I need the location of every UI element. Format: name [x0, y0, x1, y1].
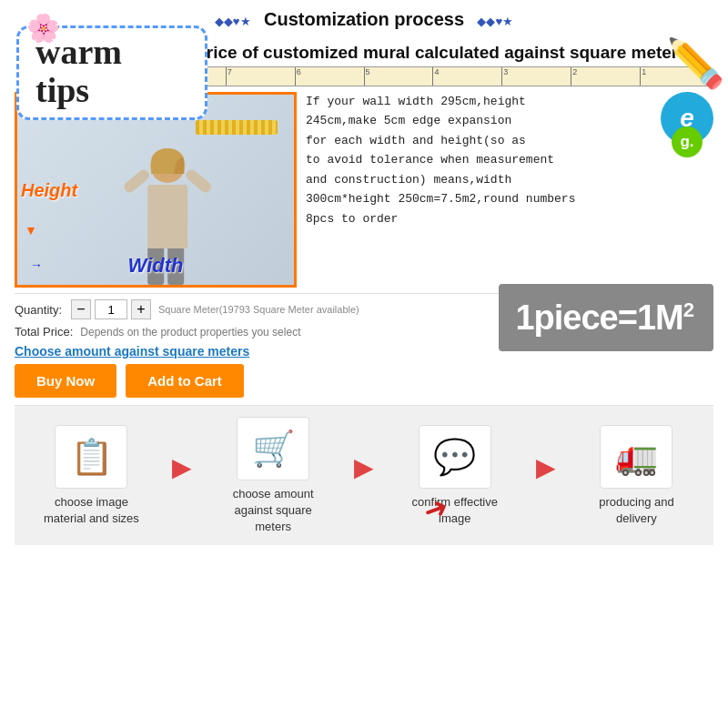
example-text: If your wall width 295cm,height 245cm,ma…: [306, 92, 713, 228]
step-arrow-1: ▶: [172, 452, 192, 482]
qty-unit-info: Square Meter(19793 Square Meter availabl…: [158, 304, 359, 315]
ruler-tick: 4: [433, 67, 502, 86]
pencil-icon: ✏️: [666, 35, 725, 91]
ruler-tick: 6: [296, 67, 365, 86]
qty-plus-button[interactable]: +: [131, 299, 151, 319]
image-area: Height ▲ ▼ Width →: [15, 92, 297, 288]
warm-tips-line2: tips: [35, 72, 188, 110]
step-1-label: choose image material and sizes: [36, 494, 146, 527]
steps-section: 📋 choose image material and sizes ▶ 🛒 ch…: [15, 405, 713, 545]
step-2: 🛒 choose amount against square meters: [218, 417, 328, 536]
total-label: Total Price:: [15, 325, 73, 339]
step-4-icon: 🚛: [600, 425, 672, 489]
step-3: 💬 confirm effective image: [400, 425, 510, 527]
step-arrow-2: ▶: [354, 452, 374, 482]
width-arrow: →: [30, 258, 43, 272]
big-unit-sup: 2: [683, 298, 693, 321]
step-2-icon: 🛒: [237, 417, 309, 480]
add-to-cart-button[interactable]: Add to Cart: [126, 364, 244, 398]
flower-decoration: 🌸: [26, 12, 60, 44]
width-label: Width: [128, 254, 184, 278]
height-label: Height: [21, 179, 77, 200]
step-1: 📋 choose image material and sizes: [36, 425, 146, 527]
eg-dot: g.: [672, 126, 703, 157]
header-title: Customization process: [264, 9, 464, 29]
ruler-tick: 2: [571, 67, 641, 86]
header-diamonds-right: ◆◆♥★: [477, 15, 513, 28]
ruler-tick: 3: [502, 67, 571, 86]
step-4-label: producing and delivery: [581, 494, 691, 527]
qty-input[interactable]: [95, 299, 127, 319]
controls-wrapper: 1piece=1M2 Quantity: − + Square Meter(19…: [15, 293, 713, 359]
middle-section: Height ▲ ▼ Width → e g. If your wall wid…: [15, 92, 713, 288]
total-value: Depends on the product properties you se…: [80, 326, 300, 339]
tape-measure: [196, 120, 278, 135]
step-3-icon: 💬: [419, 425, 491, 489]
warm-tips-box: 🌸 warm tips: [16, 25, 207, 120]
example-area: e g. If your wall width 295cm,height 245…: [306, 92, 713, 288]
quantity-label: Quantity:: [15, 303, 62, 317]
qty-minus-button[interactable]: −: [71, 299, 91, 319]
ruler-tick: 5: [365, 67, 434, 86]
ruler-tick: 7: [227, 67, 296, 86]
big-unit-text: 1piece=1M: [515, 298, 682, 337]
step-4: 🚛 producing and delivery: [581, 425, 691, 527]
header-diamonds-left: ◆◆♥★: [215, 15, 251, 28]
big-unit-box: 1piece=1M2: [499, 284, 713, 351]
step-3-label: confirm effective image: [400, 494, 510, 527]
step-1-icon: 📋: [55, 425, 127, 489]
height-arrow-down: ▼: [25, 223, 37, 238]
buy-now-button[interactable]: Buy Now: [15, 364, 116, 398]
button-row: Buy Now Add to Cart: [15, 364, 713, 398]
step-2-label: choose amount against square meters: [218, 486, 328, 536]
step-arrow-3: ▶: [536, 452, 556, 482]
